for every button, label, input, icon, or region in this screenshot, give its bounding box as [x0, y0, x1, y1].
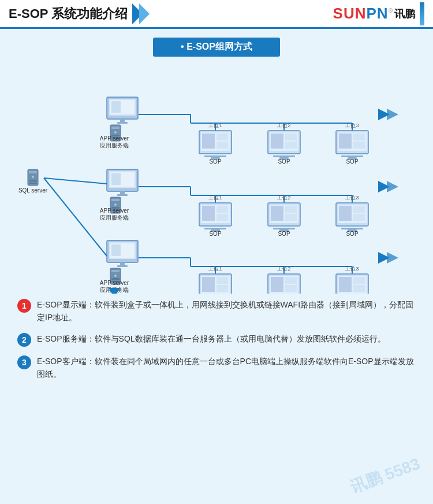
- svg-rect-71: [285, 206, 297, 213]
- svg-rect-70: [271, 206, 283, 221]
- desc-num-1: 1: [17, 299, 31, 313]
- svg-rect-77: [339, 206, 352, 221]
- sop-label-r1-2: SOP: [278, 158, 290, 165]
- watermark: 讯鹏 5583: [347, 453, 423, 499]
- app-server-3: [107, 240, 138, 284]
- sql-server-label: SQL server: [18, 187, 48, 194]
- gongwei-label-r3-1: 工位1: [208, 266, 222, 272]
- svg-rect-102: [202, 277, 215, 292]
- svg-rect-22: [204, 155, 226, 157]
- svg-rect-28: [285, 142, 297, 149]
- logo-text: SUNPN®: [333, 5, 393, 23]
- svg-rect-103: [216, 277, 228, 284]
- gongwei-label-r2-3: 工位3: [345, 195, 359, 201]
- arrow-right-r1b: [387, 109, 398, 120]
- svg-rect-46: [111, 173, 121, 185]
- svg-point-40: [32, 176, 34, 178]
- svg-rect-20: [216, 134, 228, 140]
- svg-rect-41: [29, 180, 37, 181]
- sop-screen-r3-1: [199, 274, 232, 294]
- main-content: E-SOP组网方式 A: [0, 29, 433, 504]
- svg-rect-65: [216, 214, 228, 221]
- sop-screen-r3-3: [336, 274, 368, 294]
- desc-text-1: E-SOP显示端：软件装到盒子或一体机上，用网线接到交换机或链接WAFI路由器（…: [37, 298, 416, 324]
- svg-rect-66: [204, 228, 226, 229]
- svg-rect-47: [120, 191, 125, 194]
- svg-rect-79: [353, 214, 365, 221]
- gongwei-label-r1-1: 工位1: [208, 123, 222, 128]
- svg-rect-111: [285, 285, 297, 292]
- app-server-1: [107, 97, 138, 141]
- app-server-3-label: APP server: [100, 280, 129, 286]
- gongwei-label-r1-2: 工位2: [277, 123, 290, 128]
- sop-screen-r3-2: [268, 274, 300, 294]
- svg-rect-104: [216, 285, 228, 292]
- page-header: E-SOP 系统功能介绍 SUNPN® 讯鹏: [0, 0, 433, 29]
- sop-screen-r2-3: [336, 203, 368, 232]
- logo-area: SUNPN® 讯鹏: [333, 2, 424, 25]
- svg-rect-110: [285, 277, 297, 284]
- desc-num-3: 3: [17, 355, 31, 369]
- network-svg: APP server 应用服务端 SOP: [12, 62, 421, 294]
- header-left: E-SOP 系统功能介绍: [9, 3, 150, 24]
- logo-u: U: [344, 5, 355, 22]
- sop-label-r2-3: SOP: [346, 231, 358, 237]
- app-server-2-label: APP server: [100, 207, 129, 214]
- logo-n2: N: [377, 5, 389, 22]
- svg-rect-109: [271, 277, 283, 292]
- gongwei-label-r2-1: 工位1: [208, 195, 222, 201]
- app-server-1-label: APP server: [100, 135, 129, 142]
- sop-screen-r2-2: [268, 203, 300, 232]
- sop-screen-r1-3: [336, 131, 368, 160]
- svg-rect-78: [353, 206, 365, 213]
- svg-rect-73: [273, 228, 295, 229]
- svg-point-8: [114, 131, 117, 134]
- desc-item-1: 1 E-SOP显示端：软件装到盒子或一体机上，用网线接到交换机或链接WAFI路由…: [17, 298, 416, 324]
- svg-rect-80: [341, 228, 363, 229]
- svg-rect-7: [111, 127, 120, 129]
- page-title: E-SOP 系统功能介绍: [9, 5, 128, 23]
- gongwei-label-r3-3: 工位3: [345, 266, 359, 272]
- svg-rect-26: [271, 134, 283, 149]
- svg-point-51: [114, 203, 117, 206]
- svg-rect-50: [111, 199, 120, 201]
- svg-rect-48: [117, 194, 128, 196]
- svg-rect-117: [353, 277, 365, 284]
- app-server-2-label2: 应用服务端: [100, 214, 129, 221]
- app-server-2: [107, 169, 138, 213]
- sop-label-r2-2: SOP: [278, 231, 290, 237]
- svg-rect-72: [285, 214, 297, 221]
- gongwei-label-r3-2: 工位2: [277, 266, 290, 272]
- svg-rect-36: [341, 155, 363, 157]
- logo-p: P: [367, 5, 377, 22]
- svg-rect-118: [353, 285, 365, 292]
- svg-rect-33: [339, 134, 352, 149]
- arrow-right-r2b: [387, 181, 398, 192]
- svg-rect-3: [111, 101, 121, 113]
- sop-screen-r2-1: [199, 203, 232, 232]
- svg-rect-5: [117, 122, 128, 124]
- desc-item-2: 2 E-SOP服务端：软件与SQL数据库装在通一台服务器上（或用电脑代替）发放图…: [17, 332, 416, 347]
- svg-rect-27: [285, 134, 297, 140]
- logo-bar-decoration: [420, 2, 424, 25]
- svg-rect-87: [117, 265, 128, 267]
- svg-rect-85: [111, 244, 121, 256]
- svg-line-93: [44, 178, 107, 256]
- logo-n: N: [355, 5, 367, 22]
- sop-label-r1-3: SOP: [346, 158, 358, 165]
- svg-rect-29: [273, 155, 295, 157]
- svg-rect-34: [353, 134, 365, 140]
- logo-s: S: [333, 5, 344, 22]
- svg-rect-64: [216, 206, 228, 213]
- network-diagram: APP server 应用服务端 SOP: [12, 62, 421, 294]
- sql-server: [28, 169, 38, 186]
- description-section: 1 E-SOP显示端：软件装到盒子或一体机上，用网线接到交换机或链接WAFI路由…: [12, 298, 421, 381]
- svg-rect-116: [339, 277, 352, 292]
- svg-rect-39: [29, 171, 37, 173]
- svg-rect-63: [202, 206, 215, 221]
- sop-screen-r1-2: [268, 131, 300, 160]
- app-server-1-label2: 应用服务端: [100, 142, 129, 149]
- svg-rect-4: [120, 119, 125, 122]
- diagram-title: E-SOP组网方式: [153, 38, 280, 57]
- svg-point-90: [114, 275, 117, 277]
